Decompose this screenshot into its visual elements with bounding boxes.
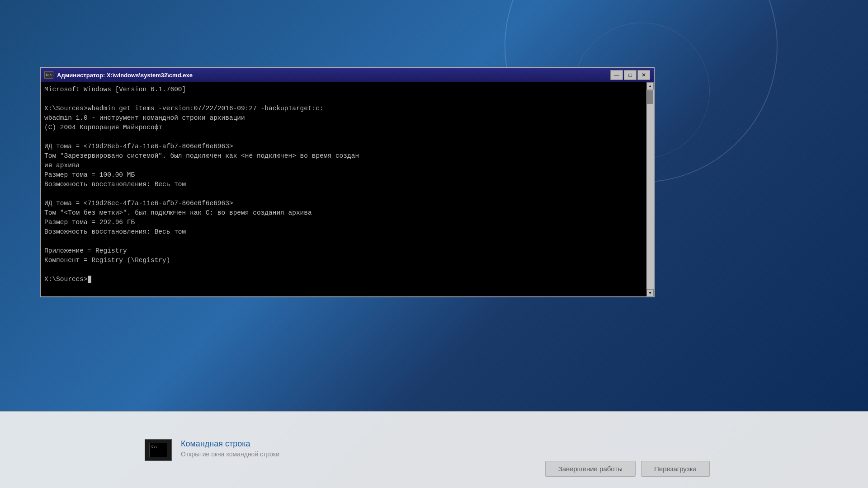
preview-icon bbox=[145, 439, 172, 461]
taskbar-buttons: Завершение работы Перезагрузка bbox=[545, 461, 710, 477]
cmd-line bbox=[44, 94, 641, 104]
cmd-line: Компонент = Registry (\Registry) bbox=[44, 256, 641, 265]
cmd-scrollbar[interactable]: ▲ ▼ bbox=[646, 82, 654, 296]
preview-subtitle: Открытие окна командной строки bbox=[181, 450, 279, 458]
cmd-body: Microsoft Windows [Version 6.1.7600] X:\… bbox=[41, 82, 654, 296]
taskbar-preview: Командная строка Открытие окна командной… bbox=[9, 439, 859, 461]
cmd-line: ия архива bbox=[44, 161, 641, 170]
cmd-line: Возможность восстановления: Весь том bbox=[44, 180, 641, 189]
cmd-line: wbadmin 1.0 - инструмент командной строк… bbox=[44, 113, 641, 123]
cmd-line: Том "Зарезервировано системой". был подк… bbox=[44, 151, 641, 161]
cmd-window-title: Администратор: X:\windows\system32\cmd.e… bbox=[57, 72, 610, 79]
cmd-line: Возможность восстановления: Весь том bbox=[44, 227, 641, 237]
cmd-window-controls: — □ ✕ bbox=[610, 70, 650, 80]
cmd-line: Размер тома = 100.00 МБ bbox=[44, 170, 641, 180]
scroll-thumb[interactable] bbox=[647, 90, 653, 104]
shutdown-button[interactable]: Завершение работы bbox=[545, 461, 636, 477]
restart-button[interactable]: Перезагрузка bbox=[641, 461, 710, 477]
preview-text: Командная строка Открытие окна командной… bbox=[181, 439, 279, 458]
cmd-line bbox=[44, 189, 641, 199]
cmd-window: Администратор: X:\windows\system32\cmd.e… bbox=[40, 67, 655, 297]
scroll-down-arrow[interactable]: ▼ bbox=[646, 289, 654, 296]
cmd-line bbox=[44, 132, 641, 142]
taskbar-overlay: Командная строка Открытие окна командной… bbox=[0, 411, 868, 488]
cmd-line: Приложение = Registry bbox=[44, 246, 641, 256]
cmd-output: Microsoft Windows [Version 6.1.7600] X:\… bbox=[44, 85, 650, 284]
cmd-line: Размер тома = 292.96 ГБ bbox=[44, 218, 641, 227]
close-button[interactable]: ✕ bbox=[637, 70, 650, 80]
cmd-line bbox=[44, 237, 641, 246]
cmd-line: (C) 2004 Корпорация Майкрософт bbox=[44, 123, 641, 132]
cmd-line: X:\Sources> bbox=[44, 275, 641, 284]
scroll-up-arrow[interactable]: ▲ bbox=[646, 82, 654, 89]
cmd-line: ИД тома = <719d28ec-4f7a-11e6-afb7-806e6… bbox=[44, 199, 641, 208]
cmd-line: ИД тома = <719d28eb-4f7a-11e6-afb7-806e6… bbox=[44, 142, 641, 151]
cmd-cursor bbox=[88, 276, 91, 283]
cmd-line: X:\Sources>wbadmin get items -version:07… bbox=[44, 104, 641, 113]
minimize-button[interactable]: — bbox=[610, 70, 623, 80]
preview-title: Командная строка bbox=[181, 439, 279, 449]
cmd-line bbox=[44, 265, 641, 275]
cmd-line: Том "<Том без метки>". был подключен как… bbox=[44, 208, 641, 218]
cmd-line: Microsoft Windows [Version 6.1.7600] bbox=[44, 85, 641, 94]
cmd-titlebar[interactable]: Администратор: X:\windows\system32\cmd.e… bbox=[41, 68, 654, 82]
cmd-window-icon bbox=[44, 71, 53, 79]
preview-icon-inner bbox=[149, 443, 167, 457]
restore-button[interactable]: □ bbox=[624, 70, 637, 80]
